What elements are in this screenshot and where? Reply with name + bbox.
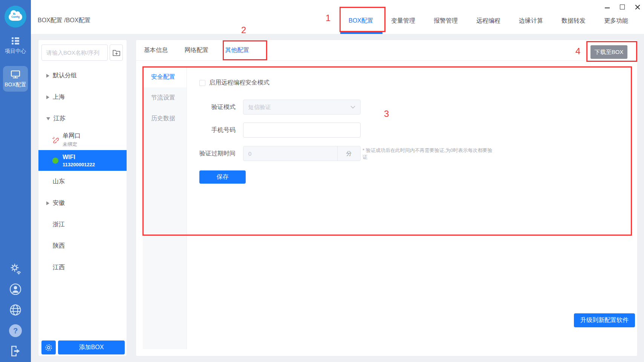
globe-icon[interactable] (9, 304, 22, 316)
sidebar-item-label: 项目中心 (5, 48, 26, 55)
logout-icon[interactable] (10, 345, 21, 357)
tree-device-wifi[interactable]: WIFI 113200001222 (38, 150, 127, 171)
chevron-down-icon (350, 106, 355, 109)
tree-group-label: 上海 (53, 93, 65, 101)
caret-right-icon[interactable] (46, 201, 49, 205)
sub-tab-security[interactable]: 安全配置 (143, 67, 187, 87)
nav-tab-more-functions[interactable]: 更多功能 (604, 17, 628, 25)
caret-right-icon[interactable] (46, 74, 49, 78)
expire-row: 验证过期时间 分 (199, 146, 361, 161)
search-row (38, 40, 127, 61)
monitor-icon (11, 70, 20, 79)
maximize-button[interactable] (620, 5, 625, 9)
app-logo: Box Config (5, 6, 26, 28)
breadcrumb: BOX配置 /BOX配置 (38, 17, 90, 25)
device-detail: 113200001222 (63, 162, 95, 167)
device-detail: 未绑定 (63, 141, 81, 148)
remote-security-checkbox[interactable] (199, 80, 205, 86)
sidebar-item-label: BOX配置 (5, 81, 26, 88)
sidebar-bottom-icons: ? (0, 262, 31, 357)
tree-group-label: 江西 (53, 264, 65, 272)
device-panel: 默认分组 上海 江苏 (38, 40, 127, 356)
tab-basic-info[interactable]: 基本信息 (144, 46, 168, 54)
box-tree: 默认分组 上海 江苏 (38, 65, 127, 278)
device-text: WIFI 113200001222 (63, 154, 95, 167)
online-dot-icon (52, 157, 59, 164)
expire-input-group: 分 (243, 146, 361, 161)
sub-tab-history[interactable]: 历史数据 (143, 108, 187, 129)
sub-tab-column: 安全配置 节流设置 历史数据 (143, 67, 187, 349)
minimize-button[interactable] (605, 5, 610, 8)
verify-mode-row: 验证模式 短信验证 (199, 100, 361, 115)
cloud-logo-icon: Box Config (9, 13, 22, 21)
tree-group-jiangsu[interactable]: 江苏 (38, 108, 127, 129)
user-icon[interactable] (9, 283, 22, 296)
tree-group-shaanxi[interactable]: 陕西 (38, 235, 127, 257)
window-controls (605, 3, 640, 11)
verify-mode-select[interactable]: 短信验证 (243, 100, 361, 115)
expire-label: 验证过期时间 (199, 150, 236, 158)
phone-row: 手机号码 (199, 123, 361, 138)
sub-tab-throttle[interactable]: 节流设置 (143, 87, 187, 108)
add-group-button[interactable] (110, 44, 123, 61)
expire-unit: 分 (337, 146, 360, 161)
active-tab-indicator (340, 32, 382, 34)
top-nav: BOX配置 变量管理 报警管理 远程编程 边缘计算 数据转发 更多功能 (349, 17, 628, 25)
device-name: 单网口 (63, 132, 81, 140)
config-tab-bar: 基本信息 网络配置 其他配置 下载至BOX (136, 40, 637, 61)
download-to-box-button[interactable]: 下载至BOX (590, 45, 627, 59)
sidebar-item-project-center[interactable]: 项目中心 (5, 37, 26, 55)
tree-group-label: 默认分组 (53, 72, 77, 80)
nav-tab-variable-mgmt[interactable]: 变量管理 (391, 17, 415, 25)
nav-tab-edge-computing[interactable]: 边缘计算 (519, 17, 543, 25)
tree-group-shandong[interactable]: 山东 (38, 171, 127, 192)
phone-label: 手机号码 (199, 126, 236, 134)
tab-network-config[interactable]: 网络配置 (184, 46, 209, 54)
nav-tab-data-forwarding[interactable]: 数据转发 (561, 17, 586, 25)
sidebar-item-box-config[interactable]: BOX配置 (3, 66, 28, 92)
nav-tab-box-config[interactable]: BOX配置 (349, 17, 373, 25)
tree-group-label: 安徽 (53, 199, 65, 207)
app-sidebar: Box Config 项目中心 BOX配置 (0, 0, 31, 362)
folder-plus-icon (112, 49, 121, 57)
close-button[interactable] (635, 5, 640, 9)
remote-security-row: 启用远程编程安全模式 (199, 79, 269, 87)
verify-mode-label: 验证模式 (199, 103, 236, 111)
tree-group-label: 山东 (53, 178, 65, 186)
expire-input[interactable] (243, 146, 337, 161)
device-panel-footer: 添加BOX (41, 341, 125, 354)
tree-group-label: 江苏 (54, 115, 66, 123)
settings-wifi-icon[interactable] (9, 262, 22, 275)
logo-text: Box Config (9, 12, 22, 18)
tree-group-jiangxi[interactable]: 江西 (38, 257, 127, 278)
upgrade-software-button[interactable]: 升级到新配置软件 (574, 313, 635, 327)
phone-input[interactable] (243, 123, 361, 138)
help-glyph: ? (13, 327, 18, 335)
tree-device-wired[interactable]: 单网口 未绑定 (38, 129, 127, 150)
nav-tab-remote-programming[interactable]: 远程编程 (476, 17, 500, 25)
caret-down-icon[interactable] (46, 117, 50, 120)
tree-group-anhui[interactable]: 安徽 (38, 192, 127, 214)
tree-group-zhejiang[interactable]: 浙江 (38, 214, 127, 235)
verify-mode-value: 短信验证 (248, 104, 271, 111)
add-box-button[interactable]: 添加BOX (58, 341, 125, 354)
caret-right-icon[interactable] (46, 95, 49, 99)
tree-group-label: 陕西 (53, 242, 65, 250)
save-button[interactable]: 保存 (199, 170, 246, 184)
tree-group-default[interactable]: 默认分组 (38, 65, 127, 86)
tree-group-label: 浙江 (53, 221, 65, 229)
tab-other-config[interactable]: 其他配置 (225, 46, 249, 54)
help-icon[interactable]: ? (9, 324, 22, 337)
project-list-icon (11, 37, 20, 45)
unbound-broken-link-icon (52, 137, 59, 143)
page-background: 默认分组 上海 江苏 (31, 34, 644, 362)
tree-settings-button[interactable] (41, 341, 56, 354)
device-name: WIFI (63, 154, 95, 161)
expire-note: * 验证成功后在此时间内不再需要验证,为0时表示每次都要验证 (363, 147, 493, 161)
device-text: 单网口 未绑定 (63, 132, 81, 148)
box-search-input[interactable] (41, 44, 108, 61)
tree-group-shanghai[interactable]: 上海 (38, 86, 127, 108)
top-header: BOX配置 /BOX配置 BOX配置 变量管理 报警管理 远程编程 边缘计算 数… (31, 0, 644, 34)
nav-tab-alarm-mgmt[interactable]: 报警管理 (434, 17, 458, 25)
app-window: Box Config 项目中心 BOX配置 (0, 0, 644, 362)
